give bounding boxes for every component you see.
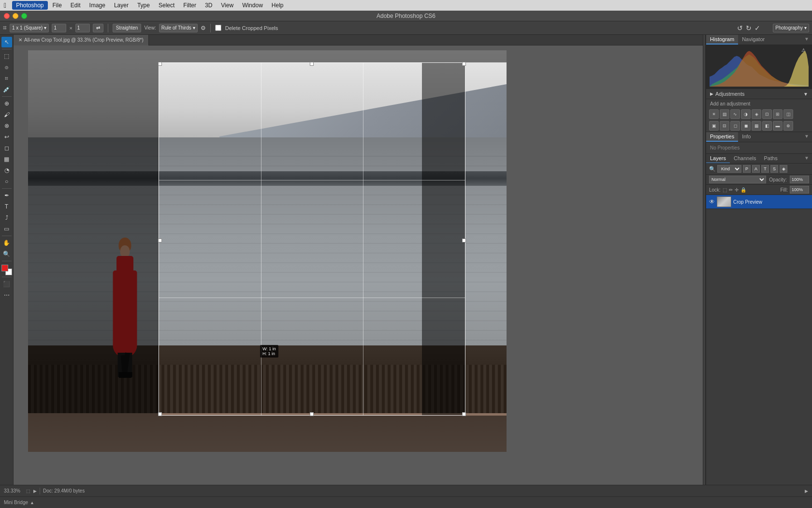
- edit-menu[interactable]: Edit: [67, 1, 85, 10]
- close-button[interactable]: [4, 13, 10, 19]
- 3d-menu[interactable]: 3D: [201, 1, 216, 10]
- straighten-button[interactable]: Straighten: [113, 24, 142, 32]
- filter-smartobj-btn[interactable]: ◈: [780, 165, 787, 173]
- channel-mixer-btn[interactable]: ⊟: [720, 121, 729, 131]
- tab-channels[interactable]: Channels: [730, 154, 760, 163]
- filter-menu[interactable]: Filter: [179, 1, 200, 10]
- tab-navigator[interactable]: Navigator: [738, 35, 768, 45]
- workspace-dropdown[interactable]: Photography ▾: [773, 24, 809, 32]
- eraser-tool[interactable]: ◻: [1, 143, 12, 153]
- shape-tool[interactable]: ▭: [1, 224, 12, 234]
- overlay-settings-icon[interactable]: ⚙: [201, 25, 206, 31]
- gradient-tool[interactable]: ▦: [1, 154, 12, 164]
- fill-input[interactable]: [790, 186, 809, 194]
- color-lookup-btn[interactable]: ◻: [730, 121, 740, 131]
- bw-btn[interactable]: ◫: [783, 109, 793, 119]
- maximize-button[interactable]: [21, 13, 27, 19]
- view-menu[interactable]: View: [217, 1, 237, 10]
- photo-filter-btn[interactable]: ▣: [709, 121, 719, 131]
- layers-collapse-btn[interactable]: ▼: [801, 154, 812, 163]
- adjustments-collapse-btn[interactable]: ▼: [803, 91, 808, 97]
- adjustments-header[interactable]: ▶ Adjustments ▼: [706, 89, 812, 99]
- hue-sat-btn[interactable]: ⊡: [762, 109, 772, 119]
- marquee-tool[interactable]: ⬚: [1, 51, 12, 61]
- filter-adj-btn[interactable]: A: [752, 165, 760, 173]
- exposure-btn[interactable]: ◑: [741, 109, 751, 119]
- undo-icon[interactable]: ↺: [737, 24, 743, 32]
- filter-shape-btn[interactable]: S: [770, 165, 778, 173]
- clone-stamp-tool[interactable]: ⊗: [1, 120, 12, 131]
- foreground-color-swatch[interactable]: [1, 265, 8, 271]
- delete-cropped-checkbox[interactable]: [215, 25, 221, 31]
- gradient-map-btn[interactable]: ▬: [773, 121, 783, 131]
- blur-tool[interactable]: ◔: [1, 165, 12, 176]
- lock-position-btn[interactable]: ✛: [735, 187, 739, 193]
- filter-type-btn[interactable]: T: [761, 165, 769, 173]
- type-tool[interactable]: T: [1, 201, 12, 212]
- tab-info[interactable]: Info: [738, 132, 754, 142]
- histogram-collapse-btn[interactable]: ▼: [801, 35, 812, 45]
- layers-list[interactable]: 👁 Crop Preview: [706, 195, 812, 485]
- vibrance-btn[interactable]: ◈: [752, 109, 761, 119]
- image-menu[interactable]: Image: [86, 1, 109, 10]
- status-bar: 33.33% ⬚ ▶ Doc: 29.4M/0 bytes ▶: [0, 485, 812, 496]
- tab-layers[interactable]: Layers: [706, 154, 730, 163]
- extras-btn[interactable]: ⋯: [1, 290, 12, 300]
- color-swatches[interactable]: [1, 265, 12, 275]
- layer-menu[interactable]: Layer: [110, 1, 132, 10]
- minimize-button[interactable]: [13, 13, 18, 19]
- selective-color-btn[interactable]: ⊕: [783, 121, 793, 131]
- tab-histogram[interactable]: Histogram: [706, 35, 738, 45]
- swap-dimensions-button[interactable]: ⇄: [93, 24, 103, 32]
- pen-tool[interactable]: ✒: [1, 190, 12, 201]
- mini-bridge-expand-icon[interactable]: ▲: [30, 500, 34, 505]
- redo-icon[interactable]: ↻: [746, 24, 752, 32]
- hand-tool[interactable]: ✋: [1, 238, 12, 248]
- tab-properties[interactable]: Properties: [706, 132, 738, 142]
- opacity-input[interactable]: [790, 176, 809, 183]
- crop-width-input[interactable]: [52, 24, 66, 32]
- layer-visibility-toggle[interactable]: 👁: [709, 198, 715, 205]
- healing-brush-tool[interactable]: ⊕: [1, 98, 12, 109]
- move-tool[interactable]: ↖: [1, 37, 12, 47]
- brightness-contrast-btn[interactable]: ☀: [709, 109, 719, 119]
- levels-btn[interactable]: ▤: [720, 109, 729, 119]
- curves-btn[interactable]: ∿: [730, 109, 740, 119]
- select-menu[interactable]: Select: [155, 1, 178, 10]
- lasso-tool[interactable]: ⌾: [1, 62, 12, 73]
- dodge-tool[interactable]: ○: [1, 176, 12, 187]
- layer-kind-select[interactable]: Kind: [717, 165, 741, 173]
- mini-bridge[interactable]: Mini Bridge ▲: [0, 496, 812, 508]
- zoom-tool[interactable]: 🔍: [1, 249, 12, 259]
- properties-collapse-btn[interactable]: ▼: [801, 132, 812, 142]
- file-menu[interactable]: File: [49, 1, 66, 10]
- layer-item-crop-preview[interactable]: 👁 Crop Preview: [706, 195, 812, 209]
- history-brush-tool[interactable]: ↩: [1, 132, 12, 142]
- lock-transparency-btn[interactable]: ⬚: [723, 187, 727, 193]
- canvas-tab[interactable]: ✕ All-new Crop Tool.jpg @ 33.3% (Crop Pr…: [14, 35, 149, 45]
- color-balance-btn[interactable]: ⊞: [773, 109, 783, 119]
- crop-tool[interactable]: ⌗: [1, 73, 12, 84]
- lock-all-btn[interactable]: 🔒: [740, 187, 746, 193]
- brush-tool[interactable]: 🖌: [1, 109, 12, 120]
- overlay-dropdown[interactable]: Rule of Thirds ▾: [159, 24, 198, 32]
- path-selection-tool[interactable]: ⤴: [1, 212, 12, 223]
- tab-paths[interactable]: Paths: [760, 154, 782, 163]
- eyedropper-tool[interactable]: 💉: [1, 84, 12, 95]
- confirm-icon[interactable]: ✓: [754, 24, 760, 32]
- photoshop-menu[interactable]: Photoshop: [12, 1, 47, 10]
- posterize-btn[interactable]: ▦: [752, 121, 761, 131]
- lock-pixels-btn[interactable]: ✏: [729, 187, 733, 193]
- help-menu[interactable]: Help: [268, 1, 288, 10]
- threshold-btn[interactable]: ◧: [762, 121, 772, 131]
- ratio-dropdown[interactable]: 1 x 1 (Square) ▾: [10, 24, 49, 32]
- canvas-viewport[interactable]: W: 1 in H: 1 in: [14, 45, 703, 485]
- blend-mode-select[interactable]: Normal: [709, 176, 766, 183]
- type-menu[interactable]: Type: [133, 1, 154, 10]
- filter-pixel-btn[interactable]: P: [743, 165, 751, 173]
- crop-height-input[interactable]: [75, 24, 90, 32]
- window-menu[interactable]: Window: [238, 1, 267, 10]
- screen-mode-btn[interactable]: ⬛: [1, 279, 12, 289]
- invert-btn[interactable]: ◼: [741, 121, 751, 131]
- tab-close-btn[interactable]: ✕: [18, 37, 22, 43]
